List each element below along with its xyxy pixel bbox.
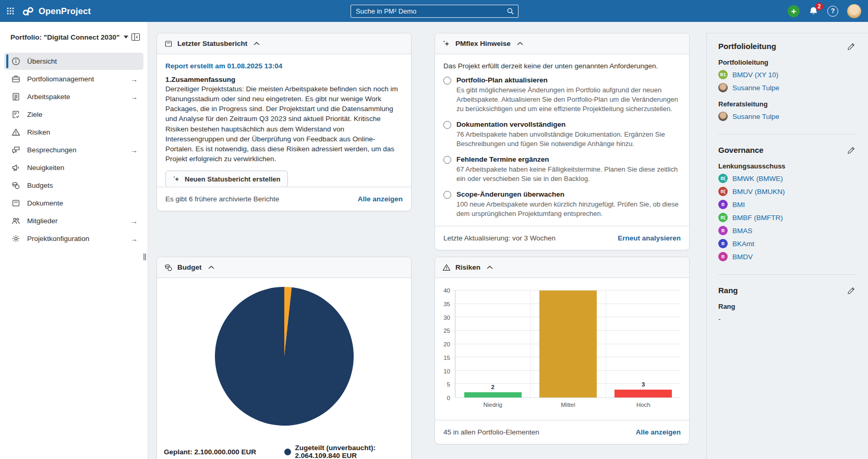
work-packages-icon <box>11 92 20 101</box>
sidebar-item[interactable]: Ziele → <box>4 106 143 123</box>
report-link[interactable]: Report erstellt am 01.08.2025 13:04 <box>165 62 282 70</box>
reanalyze-link[interactable]: Erneut analysieren <box>618 234 681 242</box>
status-report-footer: Es gibt 6 frühere archivierte Berichte A… <box>157 187 411 211</box>
sidebar-item[interactable]: Portfoliomanagement → <box>4 70 143 88</box>
legend-allocated-label: Zugeteilt (unverbaucht): 2.064.109.840 E… <box>295 444 405 459</box>
member-link[interactable]: BMAS <box>732 227 752 235</box>
governance-members: B( BMWK (BMWE) B( BMUV (BMUKN) B BMI B( … <box>718 174 855 261</box>
sidebar-item-label: Ziele <box>27 111 130 118</box>
member-row: B1 BMDV (XY 10) <box>718 70 855 79</box>
sidebar-item[interactable]: Neuigkeiten → <box>4 159 143 176</box>
budget-pie <box>214 286 354 426</box>
edit-pencil-icon[interactable] <box>847 146 855 154</box>
y-tick-label: 35 <box>443 301 450 307</box>
portfolio-selector-label: Portfolio: "Digital Connect 2030" <box>10 33 119 41</box>
show-all-risks-link[interactable]: Alle anzeigen <box>636 428 681 436</box>
member-link[interactable]: BMI <box>732 201 745 209</box>
group-label: Lenkungsausschuss <box>718 162 855 170</box>
sidebar-item[interactable]: Übersicht → <box>4 53 143 70</box>
risks-bar-chart: 0510152025303540 2NiedrigMittel3Hoch <box>439 291 681 398</box>
sidebar-item[interactable]: Besprechungen → <box>4 141 143 159</box>
radio-circle-icon[interactable] <box>443 121 451 129</box>
status-report-card-header: Letzter Statusbericht <box>157 33 411 54</box>
risks-plot: 2NiedrigMittel3Hoch <box>455 291 681 398</box>
edit-pencil-icon[interactable] <box>847 286 855 295</box>
arrow-right-icon[interactable]: → <box>130 217 138 225</box>
show-all-reports-link[interactable]: Alle anzeigen <box>358 195 403 203</box>
chevron-down-icon <box>124 35 128 39</box>
budget-legend: Geplant: 2.100.000.000 EUR Zugeteilt (un… <box>157 444 411 459</box>
pmflex-hint-item: Scope-Änderungen überwachen 100 neue Arb… <box>443 190 681 219</box>
chevron-up-icon[interactable] <box>517 42 523 45</box>
card-title: Budget <box>177 263 202 271</box>
arrow-right-icon[interactable]: → <box>130 93 138 101</box>
radio-circle-icon[interactable] <box>443 156 451 164</box>
member-link[interactable]: BMDV (XY 10) <box>732 71 778 79</box>
chevron-up-icon[interactable] <box>487 265 493 269</box>
group-label: Referatsleitung <box>718 100 855 108</box>
sidebar-item[interactable]: Risiken → <box>4 124 143 141</box>
notifications-button[interactable]: 2 <box>809 6 818 16</box>
legend-dot <box>284 449 291 455</box>
portfolioleitung-section-header: Portfolioleitung <box>718 42 855 51</box>
pmflex-hints-card: PMflex Hinweise Das Projekt erfüllt derz… <box>435 33 690 250</box>
referatsleitung-members: Susanne Tulpe <box>718 112 855 121</box>
x-axis-label: Niedrig <box>455 402 530 408</box>
section-title: Governance <box>718 146 764 154</box>
risk-bar <box>539 291 597 397</box>
pmflex-card-header: PMflex Hinweise <box>435 33 689 54</box>
y-tick-label: 15 <box>443 355 450 361</box>
member-avatar: B <box>718 239 728 248</box>
sidebar-item[interactable]: Arbeitspakete → <box>4 88 143 105</box>
member-link[interactable]: BKAmt <box>732 240 754 248</box>
help-button[interactable]: ? <box>827 6 838 17</box>
chevron-up-icon[interactable] <box>208 265 214 269</box>
openproject-logo[interactable]: OpenProject <box>22 6 91 16</box>
global-search[interactable] <box>351 5 519 18</box>
portfolio-selector[interactable]: Portfolio: "Digital Connect 2030" <box>10 33 128 41</box>
radio-circle-icon[interactable] <box>443 191 451 199</box>
global-search-input[interactable] <box>351 7 507 15</box>
member-row: Susanne Tulpe <box>718 112 855 121</box>
y-tick-label: 20 <box>443 341 450 347</box>
header-left: OpenProject <box>0 6 91 16</box>
news-icon <box>11 163 20 172</box>
pmflex-intro: Das Projekt erfüllt derzeit keine der un… <box>443 62 681 70</box>
sidebar-item[interactable]: Budgets → <box>4 177 143 194</box>
member-link[interactable]: Susanne Tulpe <box>732 113 779 120</box>
bar-value-label: 2 <box>491 384 494 390</box>
last-update-note: Letzte Aktualisierung: vor 3 Wochen <box>443 234 556 242</box>
sidebar-collapse-button[interactable] <box>131 33 140 41</box>
edit-pencil-icon[interactable] <box>847 42 855 51</box>
member-link[interactable]: BMBF (BMFTR) <box>732 214 783 222</box>
member-link[interactable]: BMUV (BMUKN) <box>732 188 785 196</box>
sidebar-item[interactable]: Mitglieder → <box>4 212 143 230</box>
chevron-up-icon[interactable] <box>254 42 260 45</box>
sidebar-item[interactable]: Dokumente → <box>4 195 143 212</box>
radio-circle-icon[interactable] <box>443 77 451 84</box>
summary-heading: 1.Zusammenfassung <box>165 76 403 83</box>
sidebar-item-label: Budgets <box>27 182 130 189</box>
hint-description: 100 neue Arbeitspakete wurden kürzlich h… <box>456 200 681 219</box>
member-link[interactable]: Susanne Tulpe <box>732 84 779 92</box>
rang-section-header: Rang <box>718 286 855 295</box>
member-link[interactable]: BMDV <box>732 253 753 261</box>
hint-title: Dokumentation vervollständigen <box>456 120 681 128</box>
user-avatar[interactable] <box>847 4 861 18</box>
bar-column: 2Niedrig <box>455 291 530 397</box>
arrow-right-icon[interactable]: → <box>130 146 138 154</box>
portfolio-header-row: Portfolio: "Digital Connect 2030" <box>0 22 148 41</box>
arrow-right-icon[interactable]: → <box>130 235 138 243</box>
sidebar-item-label: Besprechungen <box>27 146 130 154</box>
risks-card: Risiken 0510152025303540 2NiedrigMittel3… <box>435 257 690 444</box>
sidebar-resize-handle[interactable] <box>143 253 146 260</box>
member-link[interactable]: BMWK (BMWE) <box>732 175 783 183</box>
quick-add-button[interactable]: + <box>788 5 800 17</box>
sidebar-item-label: Mitglieder <box>27 217 130 225</box>
arrow-right-icon[interactable]: → <box>130 75 138 83</box>
sidebar-item[interactable]: Projektkonfiguration → <box>4 230 143 247</box>
create-status-report-button[interactable]: Neuen Statusbericht erstellen <box>165 171 288 187</box>
search-icon[interactable] <box>507 7 514 15</box>
app-modules-grid-icon[interactable] <box>7 7 14 15</box>
y-tick-label: 40 <box>443 287 450 294</box>
